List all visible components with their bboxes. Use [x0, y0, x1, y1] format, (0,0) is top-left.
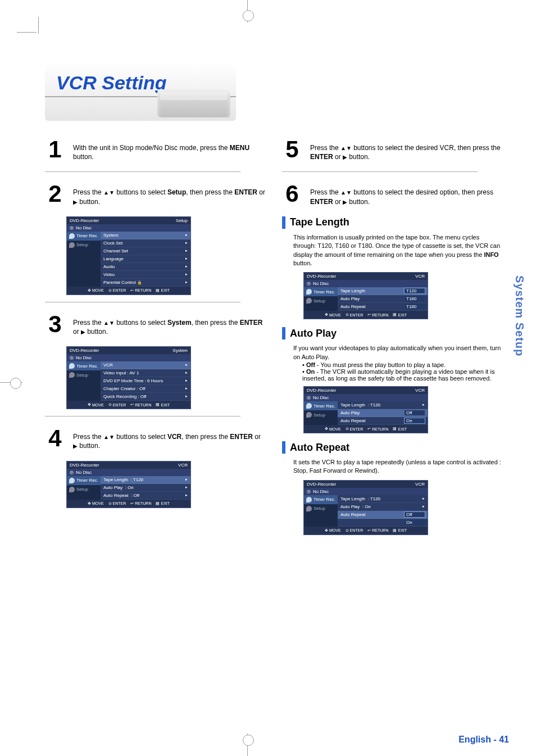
step-4: 4 Press the ▲▼ buttons to select VCR, th… — [45, 427, 265, 450]
step-number: 2 — [45, 182, 65, 206]
cassette-art — [157, 89, 230, 117]
step-1: 1 With the unit in Stop mode/No Disc mod… — [45, 138, 265, 161]
section-body: It sets the VCR to play a tape repeatedl… — [293, 458, 502, 476]
move-icon: ✥ MOVE — [88, 288, 104, 293]
osd-vcr: DVD-RecorderVCR ◎ No Disc Timer Rec. Set… — [66, 461, 191, 508]
section-auto-play: Auto Play — [282, 327, 502, 339]
step-text: Press the ▲▼ buttons to select System, t… — [73, 313, 265, 336]
exit-icon: ▤ EXIT — [156, 288, 170, 293]
autoplay-on: • On - The VCR will automatically begin … — [302, 368, 502, 382]
enter-icon: ⊙ ENTER — [108, 288, 126, 293]
osd-setup: DVD-RecorderSetup ◎ No Disc Timer Rec. S… — [66, 216, 191, 295]
step-number: 1 — [45, 138, 65, 161]
section-auto-repeat: Auto Repeat — [282, 441, 502, 454]
page-number: English - 41 — [458, 735, 509, 745]
step-6: 6 Press the ▲▼ buttons to select the des… — [282, 182, 502, 206]
section-tape-length: Tape Length — [282, 216, 502, 229]
step-text: Press the ▲▼ buttons to select VCR, then… — [73, 427, 265, 450]
return-icon: ↩ RETURN — [130, 288, 151, 293]
osd-auto-repeat: DVD-RecorderVCR ◎ No Disc Timer Rec. Set… — [303, 480, 428, 535]
left-column: 1 With the unit in Stop mode/No Disc mod… — [45, 138, 265, 540]
step-text: Press the ▲▼ buttons to select Setup, th… — [73, 182, 265, 206]
side-tab-label: System Setup — [513, 275, 526, 356]
page-title-block: VCR Setting — [45, 62, 236, 121]
step-2: 2 Press the ▲▼ buttons to select Setup, … — [45, 182, 265, 206]
step-number: 6 — [282, 182, 302, 206]
step-text: Press the ▲▼ buttons to select the desir… — [310, 138, 502, 161]
step-number: 3 — [45, 313, 65, 336]
osd-side-timer: Timer Rec. — [67, 232, 101, 241]
autoplay-off: • Off - You must press the play button t… — [302, 361, 502, 368]
step-5: 5 Press the ▲▼ buttons to select the des… — [282, 138, 502, 161]
step-number: 5 — [282, 138, 302, 161]
step-3: 3 Press the ▲▼ buttons to select System,… — [45, 313, 265, 336]
right-column: 5 Press the ▲▼ buttons to select the des… — [282, 138, 502, 540]
lock-icon: 🔒 — [137, 280, 142, 284]
step-text: Press the ▲▼ buttons to select the desir… — [310, 182, 502, 206]
osd-system: DVD-RecorderSystem ◎ No Disc Timer Rec. … — [66, 346, 191, 409]
section-body: This information is usually printed on t… — [293, 233, 502, 268]
step-number: 4 — [45, 427, 65, 450]
step-text: With the unit in Stop mode/No Disc mode,… — [73, 138, 265, 161]
osd-auto-play: DVD-RecorderVCR ◎ No Disc Timer Rec. Set… — [303, 386, 428, 433]
osd-side-setup: Setup — [67, 241, 101, 250]
osd-tape-length: DVD-RecorderVCR ◎ No Disc Timer Rec. Set… — [303, 272, 428, 319]
section-body: If you want your videotapes to play auto… — [293, 344, 502, 361]
